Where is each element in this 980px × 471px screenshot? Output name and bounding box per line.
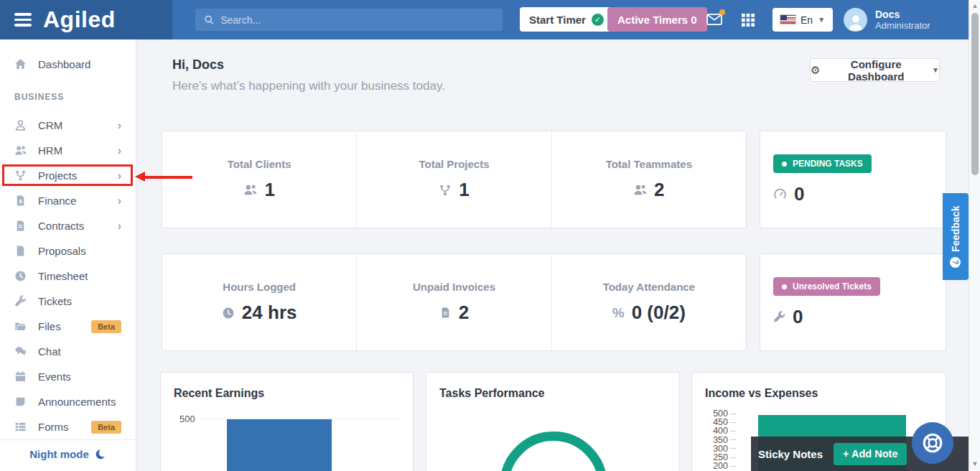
users-icon [14,144,27,157]
tasks-donut-chart[interactable] [500,432,607,471]
stat-today-attendance[interactable]: Today Attendance % 0 (0/2) [552,254,746,350]
invoice-icon [439,307,452,319]
percent-icon: % [612,305,625,321]
page-title: Hi, Docs [172,57,445,73]
chevron-right-icon: › [118,144,121,157]
beta-badge: Beta [91,421,121,434]
stat-unpaid-invoices[interactable]: Unpaid Invoices 2 [357,254,551,350]
wrench-icon [14,295,27,307]
avatar [844,8,867,32]
clock-icon [222,307,235,320]
user-menu[interactable]: Docs Administrator [844,8,930,32]
lifebuoy-icon [921,432,944,454]
grid-icon [742,14,755,27]
sticky-notes-title: Sticky Notes [758,448,823,460]
active-timers-button[interactable]: Active Timers 0 [607,7,707,32]
messages-button[interactable] [706,12,722,26]
sidebar-item-crm[interactable]: CRM › [0,113,136,138]
feedback-label: Feedback [950,205,961,252]
scroll-down-arrow[interactable]: ▼ [969,460,980,467]
earnings-bar[interactable] [227,419,332,471]
contract-icon [14,220,27,232]
beta-badge: Beta [91,320,121,333]
help-fab-button[interactable] [912,422,953,464]
chevron-right-icon: › [118,195,121,207]
folder-icon [14,320,27,332]
stats-row-2: Hours Logged 24 hrs Unpaid Invoices 2 To… [162,253,747,351]
sidebar-item-files[interactable]: Files Beta [0,314,136,339]
stat-total-clients[interactable]: Total Clients 1 [162,131,357,228]
user-role: Administrator [875,20,930,31]
pending-tasks-badge: PENDING TASKS [773,154,872,173]
dot-icon [782,284,787,289]
list-icon [14,421,27,433]
chart-title: Recent Earnings [161,373,413,400]
brand-area: Agiled [0,0,172,39]
question-icon: ? [951,257,961,268]
search-input[interactable] [220,14,494,26]
gauge-icon [773,187,787,201]
sidebar-item-events[interactable]: Events [0,364,136,389]
brand-logo[interactable]: Agiled [43,6,116,33]
sidebar-item-finance[interactable]: $ Finance › [0,188,136,213]
stat-total-projects[interactable]: Total Projects 1 [357,131,551,228]
dot-icon [782,162,787,167]
y-axis-tick: 200 [705,461,728,471]
stat-total-teammates[interactable]: Total Teammates 2 [552,131,746,228]
unresolved-tickets-badge: Unresolved Tickets [773,277,880,296]
file-icon [14,245,27,257]
configure-dashboard-button[interactable]: ⚙ Configure Dashboard ▼ [810,58,940,82]
greeting-subtitle: Here’s what’s happening with your busine… [172,79,445,93]
sidebar-item-dashboard[interactable]: Dashboard [0,51,136,77]
sidebar-item-tickets[interactable]: Tickets [0,289,136,314]
branch-icon [439,184,452,197]
y-axis-tick: 500 [179,414,195,424]
wrench-icon [773,311,785,323]
sidebar-item-chat[interactable]: Chat [0,339,136,364]
calendar-icon [14,370,27,383]
users-icon [633,183,647,197]
clock-icon [14,270,27,282]
agiled-dashboard-page: Agiled Start Timer ✓ Active Timers 0 En … [0,0,980,471]
scroll-up-arrow[interactable]: ▲ [969,2,980,9]
sidebar-item-announcements[interactable]: Announcements [0,389,136,414]
hamburger-menu-icon[interactable] [14,13,32,27]
person-icon [846,13,865,32]
caret-down-icon: ▼ [818,16,825,24]
branch-icon [14,169,27,182]
moon-icon [95,449,106,460]
business-section-label: BUSINESS [0,90,136,104]
chat-icon [14,345,27,358]
sidebar-item-timesheet[interactable]: Timesheet [0,264,136,289]
apps-grid-button[interactable] [742,14,755,27]
check-circle-icon: ✓ [592,14,604,26]
vertical-scrollbar[interactable]: ▲ ▼ [969,0,980,471]
language-selector[interactable]: En ▼ [773,8,833,32]
chevron-right-icon: › [118,119,121,132]
sidebar-item-projects[interactable]: Projects › [0,163,136,188]
recent-earnings-card: Recent Earnings 500 [160,372,414,471]
sidebar-item-contracts[interactable]: Contracts › [0,213,136,238]
pending-tasks-card[interactable]: PENDING TASKS 0 [760,131,946,228]
user-name: Docs [875,9,930,20]
chevron-right-icon: › [118,169,121,182]
sidebar-item-hrm[interactable]: HRM › [0,138,136,163]
stat-hours-logged[interactable]: Hours Logged 24 hrs [162,254,357,350]
users-icon [243,183,257,197]
scrollbar-thumb[interactable] [971,13,979,175]
add-note-button[interactable]: + Add Note [834,443,907,465]
note-icon [14,396,27,408]
feedback-tab[interactable]: ? Feedback [943,193,969,280]
sidebar-item-proposals[interactable]: Proposals [0,238,136,264]
sidebar: Dashboard BUSINESS CRM › HRM › Projects … [0,39,136,471]
user-icon [14,119,27,131]
top-navbar: Agiled Start Timer ✓ Active Timers 0 En … [0,0,969,39]
unresolved-tickets-card[interactable]: Unresolved Tickets 0 [760,253,946,351]
greeting-block: Hi, Docs Here’s what’s happening with yo… [172,57,445,93]
sidebar-item-forms[interactable]: Forms Beta [0,414,136,439]
chart-title: Income vs Expenses [692,373,946,400]
start-timer-button[interactable]: Start Timer ✓ [520,7,613,32]
night-mode-toggle[interactable]: Night mode [0,439,136,468]
home-icon [14,58,27,70]
chart-title: Tasks Performance [426,373,679,400]
